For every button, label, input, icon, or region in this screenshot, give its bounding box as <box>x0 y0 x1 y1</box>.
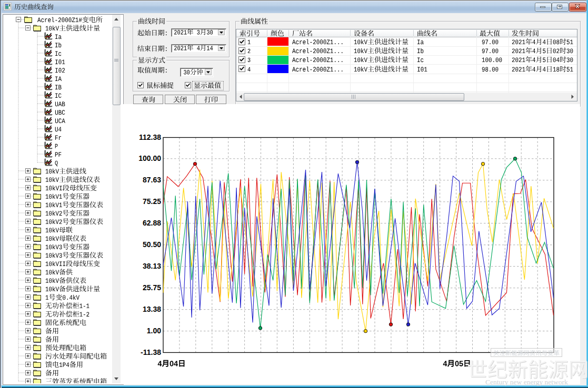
svg-text:62.88: 62.88 <box>142 219 161 227</box>
svg-text:13.38: 13.38 <box>142 305 161 313</box>
svg-text:25.75: 25.75 <box>142 283 161 292</box>
svg-text:112.38: 112.38 <box>138 133 161 141</box>
svg-text:75.25: 75.25 <box>142 197 161 206</box>
svg-text:50.50: 50.50 <box>142 240 161 249</box>
svg-text:-11.38: -11.38 <box>141 348 161 356</box>
svg-text:100.00: 100.00 <box>138 154 161 162</box>
svg-text:1.00: 1.00 <box>146 326 161 335</box>
svg-text:87.63: 87.63 <box>142 176 161 184</box>
svg-text:38.13: 38.13 <box>142 262 161 270</box>
